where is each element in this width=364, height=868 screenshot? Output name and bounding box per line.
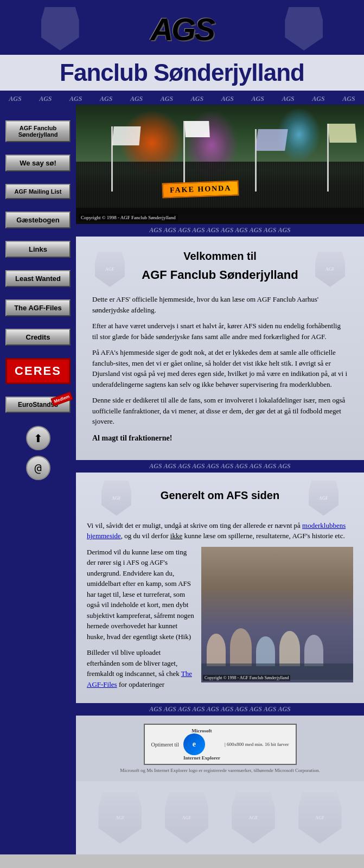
- shield-4: AGF: [309, 481, 339, 516]
- top-nav-bar: AGS AGS AGS AGS AGS AGS AGS AGS AGS AGS …: [0, 93, 364, 105]
- section-divider-2: AGS AGS AGS AGS AGS AGS AGS AGS AGS AGS: [76, 460, 364, 473]
- back-icon[interactable]: ⬆: [26, 426, 50, 450]
- main-content: FAKE HONDA Copyright © 1998 - AGF Fanclu…: [76, 105, 364, 854]
- ms-copyright: Microsoft og Ms Internet Explorer logo e…: [84, 768, 356, 773]
- section2-intro: Vi vil, såvidt det er muligt, undgå at s…: [87, 520, 353, 541]
- nav-logo-4: AGS: [100, 95, 112, 103]
- sidebar-item-links[interactable]: Links: [5, 241, 71, 258]
- header-logo: AGS: [139, 8, 225, 50]
- section1-title: Velkommen til: [125, 250, 315, 263]
- section-divider-1: AGS AGS AGS AGS AGS AGS AGS AGS AGS AGS: [76, 224, 364, 237]
- nav-logo-9: AGS: [252, 95, 264, 103]
- main-layout: AGF Fanclub Sønderjylland We say sø! AGF…: [0, 105, 364, 854]
- ms-badge-section: Optimeret til Microsoft e Internet Explo…: [76, 716, 364, 781]
- hero-image: FAKE HONDA Copyright © 1998 - AGF Fanclu…: [76, 105, 364, 224]
- velkommen-section: AGF Velkommen til AGF Fanclub Sønderjyll…: [76, 237, 364, 460]
- site-header: AGS Fanclub Sønderjylland: [0, 0, 364, 93]
- hero-banner-text: FAKE HONDA: [162, 181, 239, 199]
- sidebar-item-credits[interactable]: Credits: [5, 329, 71, 346]
- section1-bold: Al magt til fraktionerne!: [92, 432, 348, 444]
- col-text-p1: Derimod vil du kunne læse om ting der rø…: [87, 547, 195, 642]
- moderklubbens-link[interactable]: moderklubbens hjemmeside: [87, 521, 346, 540]
- generelt-section: AGF Generelt om AFS siden AGF Vi vil, så…: [76, 473, 364, 704]
- sidebar: AGF Fanclub Sønderjylland We say sø! AGF…: [0, 105, 76, 854]
- sidebar-item-wanted[interactable]: Least Wanted: [5, 270, 71, 287]
- ie-label: Internet Explorer: [183, 755, 220, 761]
- agf-files-link[interactable]: The AGF-Files: [87, 669, 192, 688]
- nav-logo-12: AGS: [342, 95, 355, 103]
- member-badge: Medlem: [51, 392, 73, 406]
- shield-bottom-2: AGF: [165, 792, 208, 844]
- nav-logo-7: AGS: [191, 95, 203, 103]
- nav-logo-6: AGS: [161, 95, 173, 103]
- two-col-section: Derimod vil du kunne læse om ting der rø…: [87, 547, 353, 690]
- email-icon[interactable]: @: [26, 456, 50, 480]
- nav-logo-1: AGS: [9, 95, 21, 103]
- ms-badge-inner: Optimeret til Microsoft e Internet Explo…: [144, 724, 297, 765]
- ms-badge-size: | 600x800 med min. 16 bit farver: [225, 742, 289, 747]
- ms-badge-label: Microsoft: [183, 728, 220, 733]
- nav-logo-11: AGS: [312, 95, 324, 103]
- sidebar-item-mailing[interactable]: AGF Mailing List: [5, 184, 71, 199]
- nav-logo-3: AGS: [69, 95, 82, 103]
- bottom-bg: AGF AGF AGF AGF: [76, 781, 364, 854]
- nav-logo-10: AGS: [282, 95, 294, 103]
- shields-row-top: AGF Velkommen til AGF Fanclub Sønderjyll…: [92, 247, 348, 294]
- section1-para1: Dette er AFS' officielle hjemmeside, hvo…: [92, 294, 348, 315]
- shield-3: AGF: [101, 481, 131, 516]
- col-text-p2: Billeder vil blive uploadet efterhånden …: [87, 647, 195, 690]
- eurostnd-button[interactable]: EuroStand98 Medlem: [5, 397, 71, 413]
- hero-copyright: Copyright © 1998 - AGF Fanclub Sønderjyl…: [79, 214, 178, 221]
- ie-logo: e: [183, 733, 205, 755]
- header-shield-right: [285, 7, 323, 50]
- shield-1: AGF: [95, 252, 125, 287]
- nav-logo-8: AGS: [221, 95, 234, 103]
- shield-2: AGF: [315, 252, 345, 287]
- section-divider-3: AGS AGS AGS AGS AGS AGS AGS AGS AGS AGS: [76, 703, 364, 716]
- nav-logo-5: AGS: [130, 95, 143, 103]
- ceres-button[interactable]: CERES: [5, 358, 71, 384]
- sidebar-item-fanclub[interactable]: AGF Fanclub Sønderjylland: [5, 120, 71, 142]
- ms-badge-text: Optimeret til: [151, 742, 179, 748]
- section1-para3: På AFA's hjemmeside siger de godt nok, a…: [92, 347, 348, 390]
- section1-para2: Efter at have været undervejs i snart et…: [92, 321, 348, 342]
- section1-subtitle: AGF Fanclub Sønderjylland: [125, 268, 315, 282]
- shield-bottom-3: AGF: [232, 792, 275, 844]
- section2-image-caption: Copyright © 1998 - AGF Fanclub Sønderjyl…: [203, 675, 290, 681]
- section2-image: Copyright © 1998 - AGF Fanclub Sønderjyl…: [201, 547, 353, 682]
- sidebar-bottom-icons: ⬆ @: [26, 426, 50, 480]
- section1-para4: Denne side er dedikeret til alle de fans…: [92, 395, 348, 427]
- header-shield-left: [41, 7, 79, 50]
- shield-bottom-1: AGF: [98, 792, 142, 844]
- site-title: Fanclub Sønderjylland: [0, 55, 364, 91]
- sidebar-item-wesay[interactable]: We say sø!: [5, 155, 71, 171]
- sidebar-item-files[interactable]: The AGF-Files: [5, 299, 71, 316]
- sidebar-item-gaeste[interactable]: Gæstebogen: [5, 212, 71, 228]
- shield-bottom-4: AGF: [298, 792, 342, 844]
- nav-logo-2: AGS: [39, 95, 52, 103]
- section2-title: Generelt om AFS siden: [161, 489, 279, 502]
- col-text: Derimod vil du kunne læse om ting der rø…: [87, 547, 195, 690]
